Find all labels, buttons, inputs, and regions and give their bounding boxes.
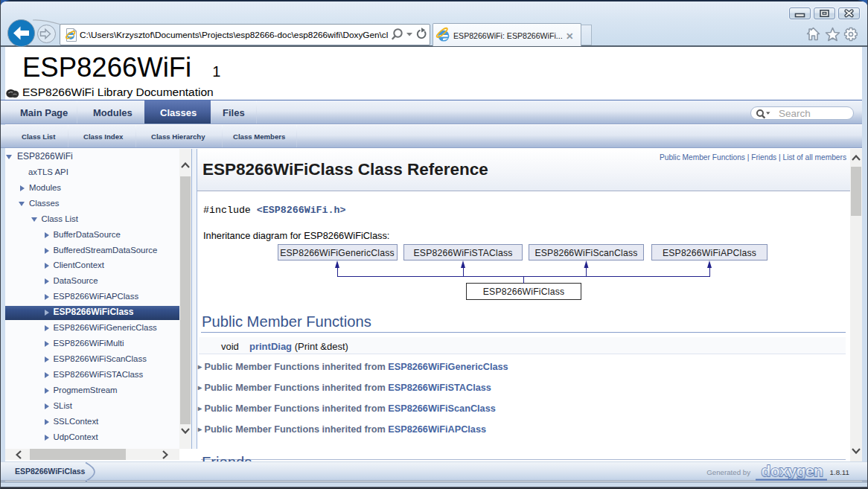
svg-text:ESP8266WiFiGenericClass: ESP8266WiFiGenericClass [280, 247, 395, 258]
svg-text:ESP8266WiFiSTAClass: ESP8266WiFiSTAClass [414, 247, 513, 258]
svg-text:ESP8266WiFiScanClass: ESP8266WiFiScanClass [534, 247, 637, 258]
svg-text:ESP8266WiFiClass: ESP8266WiFiClass [483, 287, 565, 297]
svg-text:ESP8266WiFiAPClass: ESP8266WiFiAPClass [663, 247, 756, 258]
svg-text:doxygen: doxygen [762, 463, 823, 479]
